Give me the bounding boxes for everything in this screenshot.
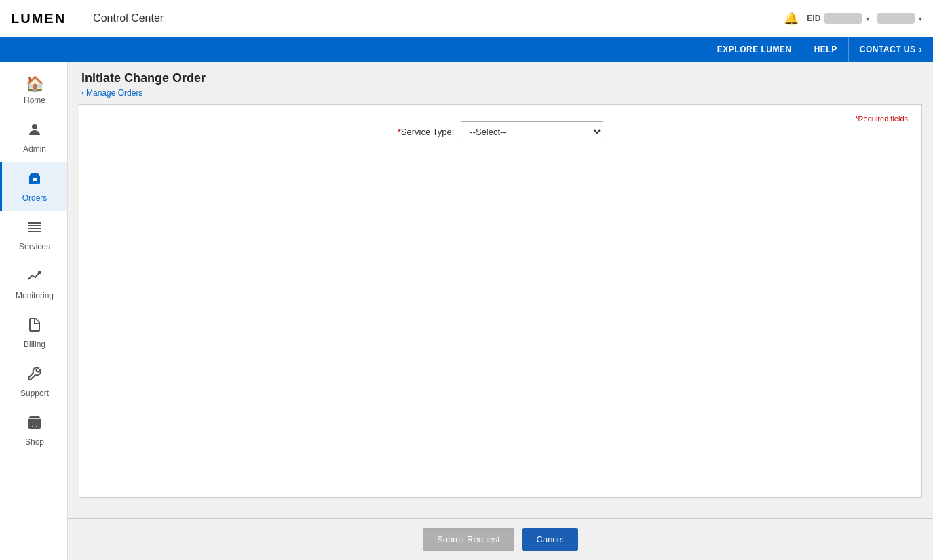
- content-scroll: Initiate Change Order ‹ Manage Orders *R…: [68, 62, 933, 518]
- main-card: *Required fields *Service Type: --Select…: [79, 104, 922, 498]
- eid-label: EID: [807, 14, 820, 23]
- sidebar-label-orders: Orders: [22, 193, 47, 203]
- services-icon: [26, 219, 43, 239]
- sidebar-label-shop: Shop: [25, 437, 44, 447]
- user-dropdown-arrow[interactable]: ▾: [919, 15, 922, 22]
- top-header: LUMEN Control Center 🔔 EID redacted ▾ re…: [0, 0, 933, 37]
- user-value: redacted: [877, 13, 915, 24]
- service-type-select[interactable]: --Select--: [461, 121, 603, 142]
- breadcrumb-arrow: ‹: [81, 88, 84, 98]
- billing-icon: [26, 317, 43, 337]
- svg-rect-3: [28, 222, 41, 224]
- page-header: Initiate Change Order ‹ Manage Orders: [68, 62, 933, 102]
- eid-dropdown-arrow[interactable]: ▾: [866, 15, 869, 22]
- blue-nav: EXPLORE LUMEN HELP CONTACT US ›: [0, 37, 933, 62]
- submit-request-button[interactable]: Submit Request: [423, 528, 514, 551]
- sidebar-label-support: Support: [20, 388, 49, 398]
- form-row-service-type: *Required fields *Service Type: --Select…: [93, 121, 908, 142]
- sidebar-item-support[interactable]: Support: [0, 357, 67, 406]
- contact-arrow-icon: ›: [919, 45, 923, 54]
- logo-text: LUMEN: [11, 11, 66, 26]
- sidebar-item-home[interactable]: 🏠 Home: [0, 67, 67, 113]
- admin-icon: [26, 121, 43, 142]
- sidebar-label-home: Home: [24, 96, 45, 105]
- sidebar-label-services: Services: [19, 242, 50, 252]
- cancel-button[interactable]: Cancel: [522, 528, 578, 551]
- content-wrapper: Initiate Change Order ‹ Manage Orders *R…: [68, 62, 933, 560]
- monitoring-icon: [26, 268, 43, 288]
- logo: LUMEN: [11, 11, 66, 26]
- sidebar-item-shop[interactable]: Shop: [0, 406, 67, 455]
- nav-contact[interactable]: CONTACT US ›: [848, 37, 933, 62]
- home-icon: 🏠: [26, 75, 44, 93]
- required-fields-note: *Required fields: [855, 115, 908, 123]
- sidebar-item-monitoring[interactable]: Monitoring: [0, 260, 67, 308]
- nav-explore[interactable]: EXPLORE LUMEN: [706, 37, 803, 62]
- sidebar-label-billing: Billing: [24, 340, 45, 349]
- eid-section: EID redacted ▾: [807, 13, 869, 24]
- svg-rect-5: [28, 228, 41, 229]
- svg-point-0: [32, 124, 37, 129]
- svg-rect-2: [33, 178, 37, 181]
- sidebar-item-orders[interactable]: Orders: [0, 162, 67, 211]
- svg-point-8: [32, 426, 33, 427]
- sidebar-item-billing[interactable]: Billing: [0, 308, 67, 357]
- svg-point-9: [36, 426, 37, 427]
- orders-icon: [26, 170, 43, 191]
- page-title: Initiate Change Order: [81, 71, 919, 85]
- service-type-label: *Service Type:: [398, 127, 455, 137]
- sidebar-item-services[interactable]: Services: [0, 211, 67, 260]
- sidebar-label-admin: Admin: [23, 144, 46, 154]
- breadcrumb-label[interactable]: Manage Orders: [86, 88, 142, 98]
- sidebar-item-admin[interactable]: Admin: [0, 113, 67, 162]
- sidebar: 🏠 Home Admin Orders Services Monitori: [0, 62, 68, 560]
- bell-icon[interactable]: 🔔: [784, 11, 799, 26]
- user-section: redacted ▾: [877, 13, 922, 24]
- header-right: 🔔 EID redacted ▾ redacted ▾: [784, 11, 922, 26]
- eid-value: redacted: [824, 13, 862, 24]
- shop-icon: [26, 414, 43, 435]
- svg-rect-4: [28, 225, 41, 226]
- footer-bar: Submit Request Cancel: [68, 518, 933, 560]
- breadcrumb[interactable]: ‹ Manage Orders: [81, 88, 919, 98]
- content-area: Initiate Change Order ‹ Manage Orders *R…: [68, 62, 933, 560]
- sidebar-label-monitoring: Monitoring: [16, 291, 54, 300]
- svg-rect-6: [28, 231, 41, 232]
- main-layout: 🏠 Home Admin Orders Services Monitori: [0, 62, 933, 560]
- support-icon: [26, 365, 43, 386]
- app-title: Control Center: [93, 12, 164, 24]
- nav-help[interactable]: HELP: [803, 37, 848, 62]
